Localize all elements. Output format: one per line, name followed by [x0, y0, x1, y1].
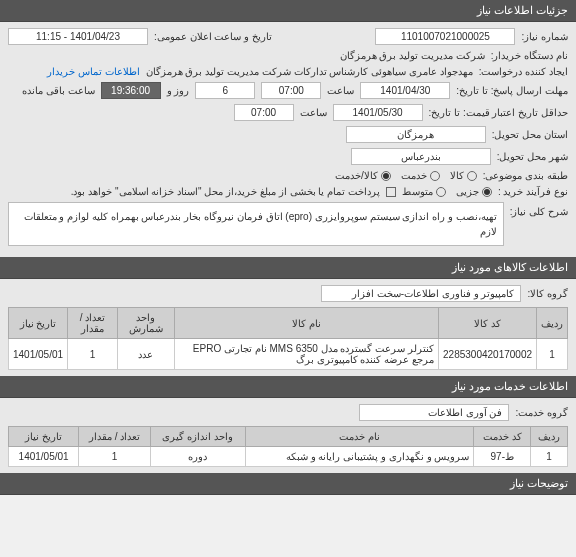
- cell-date: 1401/05/01: [9, 339, 68, 370]
- city-label: شهر محل تحویل:: [497, 151, 568, 162]
- cell-code: 2285300420170002: [439, 339, 537, 370]
- radio-icon: [467, 171, 477, 181]
- time-label-1: ساعت: [327, 85, 354, 96]
- col-code: کد کالا: [439, 308, 537, 339]
- announce-value: 1401/04/23 - 11:15: [8, 28, 148, 45]
- details-header: جزئیات اطلاعات نیاز: [0, 0, 576, 22]
- radio-both[interactable]: کالا/خدمت: [335, 170, 391, 181]
- days-label: روز و: [167, 85, 190, 96]
- cell-name: کنترلر سرعت گسترده مدل MMS 6350 نام تجار…: [174, 339, 438, 370]
- buyer-org-value: شرکت مدیریت تولید برق هرمزگان: [340, 50, 485, 61]
- col-date: تاریخ نیاز: [9, 308, 68, 339]
- purchase-type-radios: جزیی متوسط: [402, 186, 492, 197]
- province-label: استان محل تحویل:: [492, 129, 568, 140]
- payment-note: پرداخت تمام یا بخشی از مبلغ خرید،از محل …: [71, 186, 380, 197]
- radio-label: کالا: [450, 170, 464, 181]
- services-header: اطلاعات خدمات مورد نیاز: [0, 376, 576, 398]
- validity-date: 1401/05/30: [333, 104, 423, 121]
- radio-service[interactable]: خدمت: [401, 170, 440, 181]
- radio-label: جزیی: [456, 186, 479, 197]
- purchase-type-label: نوع فرآیند خرید :: [498, 186, 568, 197]
- cell-unit: عدد: [117, 339, 174, 370]
- table-row: 1 ط-97 سرویس و نگهداری و پشتیبانی رایانه…: [9, 447, 568, 467]
- col-name: نام کالا: [174, 308, 438, 339]
- classification-radios: کالا خدمت کالا/خدمت: [335, 170, 477, 181]
- radio-medium[interactable]: متوسط: [402, 186, 446, 197]
- radio-minor[interactable]: جزیی: [456, 186, 492, 197]
- cell-unit: دوره: [150, 447, 245, 467]
- radio-label: کالا/خدمت: [335, 170, 378, 181]
- deadline-time: 07:00: [261, 82, 321, 99]
- col-unit: واحد شمارش: [117, 308, 174, 339]
- requester-label: ایجاد کننده درخواست:: [479, 66, 568, 77]
- table-header-row: ردیف کد خدمت نام خدمت واحد اندازه گیری ت…: [9, 427, 568, 447]
- table-header-row: ردیف کد کالا نام کالا واحد شمارش تعداد /…: [9, 308, 568, 339]
- cell-qty: 1: [68, 339, 118, 370]
- form-area: شماره نیاز: 1101007021000025 تاریخ و ساع…: [0, 22, 576, 257]
- goods-area: گروه کالا: کامپیوتر و فناوری اطلاعات-سخت…: [0, 279, 576, 376]
- classification-label: طبقه بندی موضوعی:: [483, 170, 568, 181]
- payment-checkbox[interactable]: [386, 187, 396, 197]
- city-value: بندرعباس: [351, 148, 491, 165]
- radio-icon: [482, 187, 492, 197]
- province-value: هرمزگان: [346, 126, 486, 143]
- countdown-value: 19:36:00: [101, 82, 161, 99]
- remaining-label: ساعت باقی مانده: [22, 85, 95, 96]
- radio-icon: [381, 171, 391, 181]
- goods-group-label: گروه کالا:: [527, 288, 568, 299]
- days-value: 6: [195, 82, 255, 99]
- validity-time: 07:00: [234, 104, 294, 121]
- col-qty: تعداد / مقدار: [68, 308, 118, 339]
- goods-group-value: کامپیوتر و فناوری اطلاعات-سخت افزار: [321, 285, 521, 302]
- general-desc-value: تهیه،نصب و راه اندازی سیستم سوپروایزری (…: [8, 202, 504, 246]
- validity-label: حداقل تاریخ اعتبار قیمت: تا تاریخ:: [429, 107, 568, 118]
- services-group-label: گروه خدمت:: [515, 407, 568, 418]
- col-date: تاریخ نیاز: [9, 427, 79, 447]
- need-number-value: 1101007021000025: [375, 28, 515, 45]
- col-qty: تعداد / مقدار: [79, 427, 151, 447]
- radio-label: خدمت: [401, 170, 427, 181]
- contact-link[interactable]: اطلاعات تماس خریدار: [47, 66, 140, 77]
- table-row: 1 2285300420170002 کنترلر سرعت گسترده مد…: [9, 339, 568, 370]
- col-idx: ردیف: [531, 427, 568, 447]
- time-label-2: ساعت: [300, 107, 327, 118]
- need-number-label: شماره نیاز:: [521, 31, 568, 42]
- notes-header: توضیحات نیاز: [0, 473, 576, 495]
- requester-value: مهدجواد عامری سیاهوئی کارشناس تدارکات شر…: [146, 66, 473, 77]
- cell-idx: 1: [531, 447, 568, 467]
- radio-goods[interactable]: کالا: [450, 170, 477, 181]
- deadline-label: مهلت ارسال پاسخ: تا تاریخ:: [456, 85, 568, 96]
- cell-qty: 1: [79, 447, 151, 467]
- radio-label: متوسط: [402, 186, 433, 197]
- services-table: ردیف کد خدمت نام خدمت واحد اندازه گیری ت…: [8, 426, 568, 467]
- goods-table: ردیف کد کالا نام کالا واحد شمارش تعداد /…: [8, 307, 568, 370]
- cell-date: 1401/05/01: [9, 447, 79, 467]
- announce-label: تاریخ و ساعت اعلان عمومی:: [154, 31, 272, 42]
- col-code: کد خدمت: [474, 427, 531, 447]
- col-unit: واحد اندازه گیری: [150, 427, 245, 447]
- services-area: گروه خدمت: فن آوری اطلاعات ردیف کد خدمت …: [0, 398, 576, 473]
- cell-idx: 1: [537, 339, 568, 370]
- cell-name: سرویس و نگهداری و پشتیبانی رایانه و شبکه: [245, 447, 474, 467]
- general-desc-label: شرح کلی نیاز:: [510, 202, 568, 217]
- deadline-date: 1401/04/30: [360, 82, 450, 99]
- col-idx: ردیف: [537, 308, 568, 339]
- buyer-org-label: نام دستگاه خریدار:: [491, 50, 568, 61]
- goods-header: اطلاعات کالاهای مورد نیاز: [0, 257, 576, 279]
- cell-code: ط-97: [474, 447, 531, 467]
- services-group-value: فن آوری اطلاعات: [359, 404, 509, 421]
- col-name: نام خدمت: [245, 427, 474, 447]
- radio-icon: [430, 171, 440, 181]
- radio-icon: [436, 187, 446, 197]
